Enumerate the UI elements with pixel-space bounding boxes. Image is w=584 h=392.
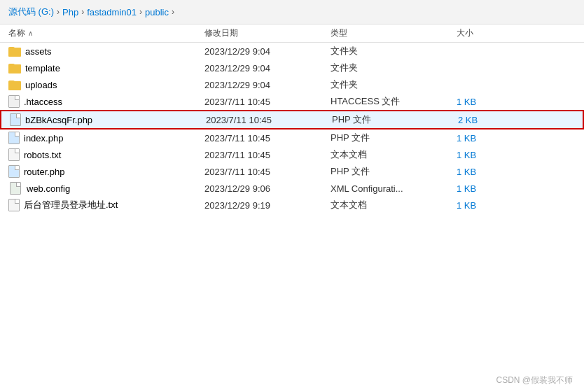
file-name: robots.txt: [24, 150, 61, 160]
breadcrumb-sep3: ›: [139, 7, 142, 17]
file-type: 文本文档: [331, 148, 457, 161]
file-date: 2023/7/11 10:45: [206, 115, 332, 125]
breadcrumb-php[interactable]: Php: [62, 7, 78, 18]
file-name-cell: bZBkAcsqFr.php: [10, 113, 206, 126]
file-name: .htaccess: [24, 97, 62, 107]
file-name-cell: router.php: [8, 165, 204, 178]
file-size: 1 KB: [457, 133, 527, 144]
xml-icon: [8, 182, 22, 195]
file-date: 2023/12/29 9:04: [204, 80, 331, 90]
folder-icon: [8, 79, 21, 90]
file-size: 1 KB: [457, 200, 527, 211]
header-size[interactable]: 大小: [457, 27, 527, 39]
file-type: HTACCESS 文件: [331, 95, 457, 108]
table-row[interactable]: assets 2023/12/29 9:04 文件夹: [0, 43, 584, 59]
file-name: web.config: [27, 183, 70, 194]
php-icon: [10, 113, 21, 126]
file-type: XML Configurati...: [331, 183, 457, 194]
file-name: uploads: [25, 80, 57, 90]
header-date[interactable]: 修改日期: [204, 27, 331, 39]
file-date: 2023/7/11 10:45: [204, 133, 331, 144]
file-type: 文本文档: [331, 199, 457, 211]
file-date: 2023/12/29 9:04: [204, 46, 331, 57]
file-name-cell: 后台管理员登录地址.txt: [8, 199, 204, 211]
txt-icon: [8, 199, 20, 211]
header-name[interactable]: 名称 ∧: [8, 27, 204, 39]
table-row[interactable]: bZBkAcsqFr.php 2023/7/11 10:45 PHP 文件 2 …: [0, 110, 584, 130]
file-name-cell: .htaccess: [8, 95, 204, 108]
htaccess-icon: [8, 95, 20, 108]
file-name-cell: index.php: [8, 132, 204, 144]
table-row[interactable]: index.php 2023/7/11 10:45 PHP 文件 1 KB: [0, 130, 584, 146]
file-name-cell: assets: [8, 46, 204, 57]
file-name-cell: robots.txt: [8, 148, 204, 161]
table-row[interactable]: router.php 2023/7/11 10:45 PHP 文件 1 KB: [0, 163, 584, 180]
file-type: 文件夹: [331, 45, 457, 57]
file-name: bZBkAcsqFr.php: [25, 115, 92, 125]
php-icon: [8, 132, 20, 144]
file-name: index.php: [24, 133, 63, 144]
table-row[interactable]: web.config 2023/12/29 9:06 XML Configura…: [0, 180, 584, 197]
file-name: router.php: [24, 167, 65, 177]
file-type: PHP 文件: [331, 132, 457, 144]
file-name: template: [25, 63, 60, 74]
file-size: 1 KB: [457, 97, 527, 107]
breadcrumb-bar: 源代码 (G:) › Php › fastadmin01 › public ›: [0, 0, 584, 24]
file-date: 2023/12/29 9:19: [204, 200, 331, 211]
header-row: 名称 ∧ 修改日期 类型 大小: [0, 24, 584, 43]
file-date: 2023/12/29 9:04: [204, 63, 331, 74]
file-size: 1 KB: [457, 183, 527, 194]
table-row[interactable]: 后台管理员登录地址.txt 2023/12/29 9:19 文本文档 1 KB: [0, 197, 584, 214]
breadcrumb-sep1: ›: [57, 7, 60, 17]
file-type: 文件夹: [331, 62, 457, 74]
breadcrumb-sep2: ›: [81, 7, 84, 17]
watermark: CSDN @假装我不师: [496, 374, 573, 386]
header-type[interactable]: 类型: [331, 27, 457, 39]
file-name-cell: web.config: [8, 182, 204, 195]
table-row[interactable]: template 2023/12/29 9:04 文件夹: [0, 59, 584, 76]
breadcrumb-source[interactable]: 源代码 (G:): [8, 6, 54, 18]
file-name: assets: [25, 46, 52, 57]
breadcrumb-sep4: ›: [172, 7, 174, 17]
breadcrumb-public[interactable]: public: [145, 7, 169, 18]
folder-icon: [8, 62, 21, 74]
folder-icon: [8, 46, 21, 57]
file-name-cell: template: [8, 62, 204, 74]
sort-arrow-icon: ∧: [28, 29, 33, 37]
file-list: 名称 ∧ 修改日期 类型 大小 assets 2023/12/29 9:04 文…: [0, 24, 584, 214]
file-date: 2023/7/11 10:45: [204, 97, 331, 107]
file-size: 2 KB: [458, 115, 528, 125]
table-row[interactable]: uploads 2023/12/29 9:04 文件夹: [0, 76, 584, 93]
table-row[interactable]: .htaccess 2023/7/11 10:45 HTACCESS 文件 1 …: [0, 93, 584, 110]
file-date: 2023/7/11 10:45: [204, 150, 331, 160]
file-name-cell: uploads: [8, 79, 204, 90]
file-size: 1 KB: [457, 150, 527, 160]
file-name: 后台管理员登录地址.txt: [24, 199, 118, 211]
file-type: PHP 文件: [332, 113, 458, 126]
table-row[interactable]: robots.txt 2023/7/11 10:45 文本文档 1 KB: [0, 146, 584, 163]
file-date: 2023/7/11 10:45: [204, 167, 331, 177]
file-type: 文件夹: [331, 78, 457, 91]
file-date: 2023/12/29 9:06: [204, 183, 331, 194]
file-type: PHP 文件: [331, 165, 457, 178]
file-size: 1 KB: [457, 167, 527, 177]
breadcrumb-fastadmin[interactable]: fastadmin01: [87, 7, 137, 18]
php-icon: [8, 165, 20, 178]
txt-icon: [8, 148, 20, 161]
